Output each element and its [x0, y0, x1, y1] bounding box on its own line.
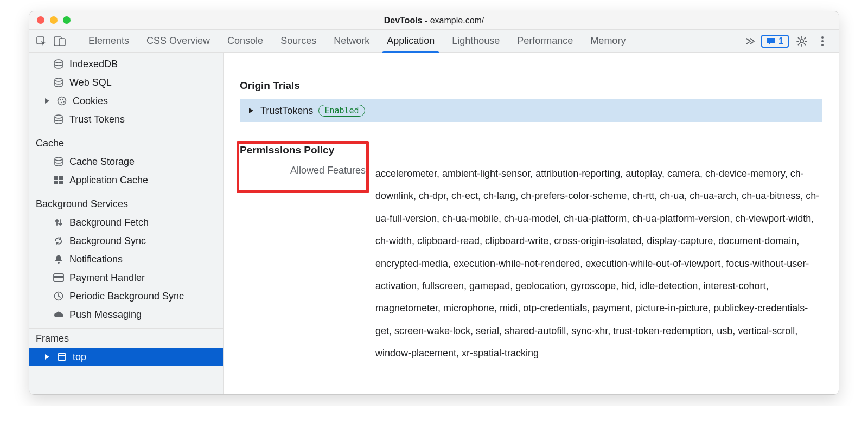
card-icon [53, 273, 64, 282]
db-icon [53, 114, 64, 124]
sidebar-item-periodic-background-sync[interactable]: Periodic Background Sync [29, 287, 223, 305]
allowed-features-values: accelerometer, ambient-light-sensor, att… [375, 163, 822, 365]
sidebar-group-bg: Background Services [29, 194, 223, 213]
sidebar-item-payment-handler[interactable]: Payment Handler [29, 268, 223, 287]
close-window-button[interactable] [37, 16, 44, 24]
panel-tabs: ElementsCSS OverviewConsoleSourcesNetwor… [79, 30, 739, 52]
sidebar-item-label: Background Sync [69, 234, 146, 248]
svg-rect-17 [59, 176, 63, 180]
svg-point-10 [60, 99, 61, 100]
tab-memory[interactable]: Memory [583, 30, 633, 52]
db-icon [53, 78, 64, 87]
origin-trial-status-badge: Enabled [318, 105, 365, 117]
window-title-url: example.com/ [430, 16, 484, 25]
main-panel: Origin Trials TrustTokens Enabled Permis… [224, 53, 839, 394]
sidebar-item-background-sync[interactable]: Background Sync [29, 232, 223, 250]
svg-point-15 [55, 157, 62, 161]
updown-icon [53, 217, 64, 227]
clock-icon [53, 291, 64, 301]
tab-css-overview[interactable]: CSS Overview [139, 30, 218, 52]
svg-point-3 [800, 39, 803, 42]
svg-rect-16 [54, 176, 58, 180]
sidebar-item-label: Trust Tokens [69, 112, 125, 126]
toolbar-right: 1 [761, 34, 834, 49]
sidebar-item-top[interactable]: top [29, 348, 223, 366]
sidebar-item-trust-tokens[interactable]: Trust Tokens [29, 110, 223, 129]
mac-traffic-lights[interactable] [37, 16, 71, 24]
svg-rect-23 [58, 354, 66, 360]
sidebar-item-indexeddb[interactable]: IndexedDB [29, 55, 223, 73]
svg-point-14 [55, 115, 62, 118]
application-sidebar: IndexedDBWeb SQLCookiesTrust Tokens Cach… [29, 53, 224, 394]
sidebar-item-label: Push Messaging [69, 308, 142, 322]
issues-badge[interactable]: 1 [761, 35, 789, 48]
svg-point-12 [61, 102, 62, 103]
window-title-prefix: DevTools - [384, 16, 430, 25]
svg-point-11 [62, 99, 63, 100]
issues-count: 1 [778, 36, 783, 46]
svg-point-5 [821, 40, 824, 42]
caret-right-icon [43, 354, 51, 360]
titlebar: DevTools - example.com/ [29, 11, 839, 30]
tab-application[interactable]: Application [379, 30, 442, 52]
more-tabs-icon[interactable] [743, 34, 758, 49]
caret-right-icon [247, 107, 255, 114]
sidebar-item-label: Periodic Background Sync [69, 289, 184, 303]
sidebar-item-push-messaging[interactable]: Push Messaging [29, 305, 223, 324]
svg-point-9 [58, 97, 66, 105]
section-divider [224, 134, 839, 134]
origin-trials-title: Origin Trials [240, 80, 822, 92]
caret-right-icon [43, 98, 51, 104]
svg-point-13 [63, 101, 64, 102]
origin-trial-name: TrustTokens [260, 105, 313, 117]
cookie-icon [56, 96, 67, 106]
svg-rect-19 [59, 181, 63, 184]
inspect-element-icon[interactable] [34, 34, 49, 49]
sidebar-item-label: Cache Storage [69, 155, 135, 169]
origin-trial-row[interactable]: TrustTokens Enabled [240, 99, 822, 122]
minimize-window-button[interactable] [50, 16, 58, 24]
tab-console[interactable]: Console [220, 30, 271, 52]
sidebar-item-label: Payment Handler [69, 271, 145, 285]
sidebar-item-background-fetch[interactable]: Background Fetch [29, 213, 223, 232]
device-toggle-icon[interactable] [52, 34, 67, 49]
settings-icon[interactable] [794, 34, 809, 49]
sidebar-item-label: Notifications [69, 252, 123, 266]
tab-lighthouse[interactable]: Lighthouse [444, 30, 507, 52]
svg-rect-2 [59, 39, 65, 46]
sidebar-item-cache-storage[interactable]: Cache Storage [29, 152, 223, 171]
cloud-icon [53, 311, 64, 318]
db-icon [53, 59, 64, 69]
zoom-window-button[interactable] [63, 16, 71, 24]
sidebar-item-label: top [73, 350, 86, 364]
frame-icon [56, 353, 67, 361]
allowed-features-label: Allowed Features [240, 163, 366, 176]
kebab-menu-icon[interactable] [815, 34, 830, 49]
sidebar-item-label: Application Cache [69, 173, 148, 187]
svg-point-7 [55, 60, 62, 63]
sidebar-item-label: Background Fetch [69, 215, 149, 229]
svg-rect-21 [54, 276, 63, 278]
tab-network[interactable]: Network [326, 30, 377, 52]
permissions-policy-title: Permissions Policy [240, 142, 822, 163]
issues-icon [767, 37, 775, 45]
sidebar-item-notifications[interactable]: Notifications [29, 250, 223, 268]
window-title: DevTools - example.com/ [384, 16, 484, 25]
devtools-window: DevTools - example.com/ ElementsCSS Over… [29, 11, 839, 395]
toolbar-separator [72, 35, 72, 47]
sidebar-item-application-cache[interactable]: Application Cache [29, 171, 223, 189]
sidebar-group-cache: Cache [29, 133, 223, 152]
main-toolbar: ElementsCSS OverviewConsoleSourcesNetwor… [29, 30, 839, 53]
sidebar-group-frames: Frames [29, 329, 223, 348]
tab-elements[interactable]: Elements [81, 30, 137, 52]
sidebar-item-web-sql[interactable]: Web SQL [29, 73, 223, 92]
db-icon [53, 157, 64, 166]
sidebar-item-label: Web SQL [69, 75, 112, 89]
sidebar-item-label: Cookies [73, 94, 108, 108]
tab-performance[interactable]: Performance [509, 30, 580, 52]
svg-point-4 [821, 36, 824, 39]
svg-point-6 [821, 44, 824, 46]
svg-point-8 [55, 78, 62, 81]
tab-sources[interactable]: Sources [273, 30, 324, 52]
sidebar-item-cookies[interactable]: Cookies [29, 92, 223, 110]
